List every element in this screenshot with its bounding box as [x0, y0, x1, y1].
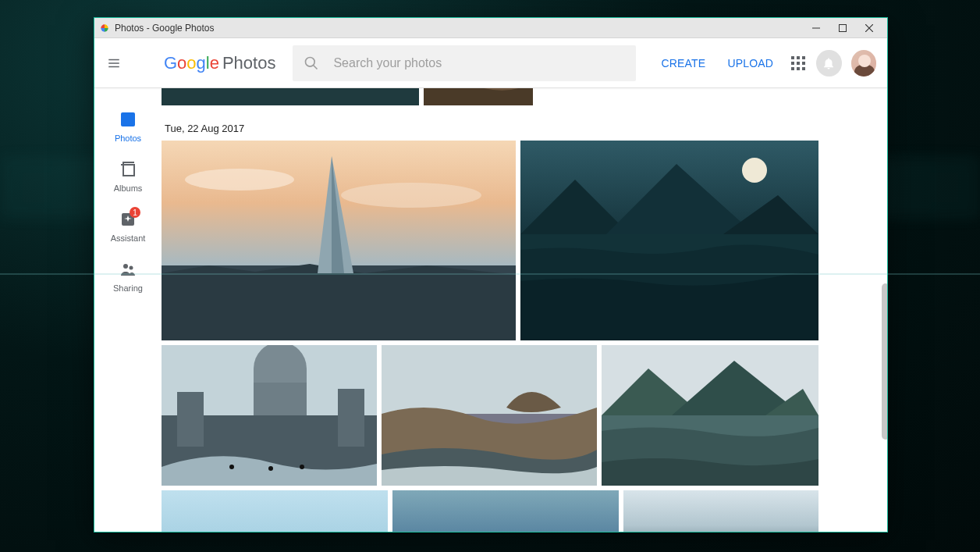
sidebar-item-label: Photos	[115, 134, 141, 143]
logo-letter: o	[186, 53, 196, 73]
window-minimize-button[interactable]	[803, 18, 829, 38]
sidebar-item-photos[interactable]: Photos	[105, 110, 151, 143]
photo-row	[162, 88, 872, 110]
svg-point-13	[341, 183, 481, 208]
sharing-icon	[119, 260, 137, 279]
sidebar: Photos Albums 1 Assistant	[94, 88, 162, 532]
photo-row	[162, 345, 872, 490]
photo-thumbnail[interactable]	[162, 141, 516, 340]
google-apps-icon[interactable]	[789, 54, 807, 73]
create-button[interactable]: CREATE	[655, 52, 712, 74]
sidebar-item-label: Assistant	[111, 233, 146, 243]
notifications-button[interactable]	[816, 50, 841, 77]
svg-rect-21	[338, 389, 364, 447]
photo-thumbnail[interactable]	[520, 141, 818, 340]
photo-thumbnail[interactable]	[162, 345, 377, 486]
svg-rect-20	[177, 392, 204, 447]
app-window: Photos - Google Photos G o o g l e Photo…	[94, 17, 888, 532]
window-title: Photos - Google Photos	[115, 23, 803, 34]
photo-thumbnail[interactable]	[162, 88, 419, 105]
photo-row	[162, 141, 872, 345]
svg-point-5	[123, 264, 128, 269]
search-input[interactable]	[333, 56, 625, 70]
upload-button[interactable]: UPLOAD	[721, 52, 779, 74]
svg-point-22	[229, 465, 234, 469]
date-header: Tue, 22 Aug 2017	[165, 123, 872, 134]
account-avatar[interactable]	[851, 50, 876, 77]
photo-thumbnail[interactable]	[382, 345, 597, 486]
image-icon	[119, 110, 137, 129]
albums-icon	[119, 160, 137, 179]
svg-rect-25	[382, 345, 597, 414]
sidebar-item-assistant[interactable]: 1 Assistant	[105, 210, 151, 243]
photo-thumbnail[interactable]	[392, 490, 619, 532]
window-close-button[interactable]	[856, 18, 882, 38]
titlebar[interactable]: Photos - Google Photos	[94, 18, 887, 38]
photo-thumbnail[interactable]	[602, 345, 818, 486]
sidebar-item-sharing[interactable]: Sharing	[105, 260, 151, 293]
search-box[interactable]	[293, 45, 636, 81]
svg-point-24	[300, 465, 304, 469]
assistant-badge: 1	[130, 207, 140, 218]
search-icon	[304, 55, 319, 71]
sidebar-item-albums[interactable]: Albums	[105, 160, 151, 193]
sidebar-item-label: Albums	[114, 183, 143, 193]
photo-thumbnail[interactable]	[623, 490, 818, 532]
logo-letter: g	[197, 53, 206, 73]
main-menu-button[interactable]	[105, 54, 123, 73]
svg-point-6	[130, 266, 133, 270]
svg-point-12	[185, 169, 294, 191]
photo-stream: Tue, 22 Aug 2017	[162, 88, 887, 532]
svg-point-1	[306, 57, 315, 66]
photo-row	[162, 490, 872, 532]
window-maximize-button[interactable]	[829, 18, 856, 38]
google-photos-pinwheel-icon	[99, 23, 110, 34]
logo-product-word: Photos	[222, 53, 276, 73]
sidebar-item-label: Sharing	[113, 283, 143, 293]
svg-rect-0	[840, 24, 847, 31]
bell-icon	[822, 56, 836, 70]
logo-letter: G	[164, 53, 177, 73]
svg-point-15	[742, 158, 767, 183]
svg-rect-3	[123, 165, 134, 176]
logo-letter: o	[177, 53, 186, 73]
logo-letter: e	[210, 53, 219, 73]
app-header: G o o g l e Photos CREATE UPLOAD	[94, 38, 887, 88]
photo-thumbnail[interactable]	[424, 88, 533, 105]
photo-thumbnail[interactable]	[162, 490, 388, 532]
svg-point-23	[268, 466, 273, 471]
google-photos-logo[interactable]: G o o g l e Photos	[164, 53, 276, 73]
